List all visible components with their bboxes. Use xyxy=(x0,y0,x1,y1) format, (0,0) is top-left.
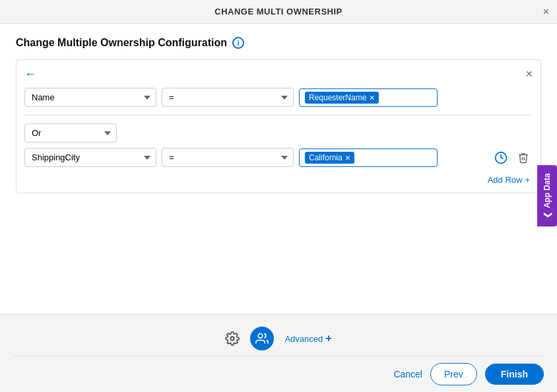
svg-point-1 xyxy=(231,337,235,341)
advanced-plus-icon: + xyxy=(325,333,331,344)
delete-button[interactable] xyxy=(514,148,533,167)
modal-title: CHANGE MULTI OWNERSHIP xyxy=(214,7,342,16)
tag-remove-1[interactable]: × xyxy=(369,93,374,102)
modal: CHANGE MULTI OWNERSHIP × ❮ App Data Chan… xyxy=(0,0,557,392)
section-title: Change Multiple Ownership Configuration … xyxy=(16,37,541,49)
field-select-1[interactable]: Name ShippingCity Email xyxy=(24,88,156,107)
clock-button[interactable] xyxy=(492,148,510,167)
tag-2: California × xyxy=(305,152,354,164)
filter-row-1: Name ShippingCity Email = != contains Re… xyxy=(24,88,533,107)
filter-panel-header: ← × xyxy=(24,68,533,80)
gear-icon xyxy=(225,331,240,346)
close-filter-button[interactable]: × xyxy=(525,68,533,80)
chevron-left-icon: ❮ xyxy=(542,212,552,218)
settings-button[interactable] xyxy=(225,331,240,346)
clock-icon xyxy=(494,151,508,164)
filter-row-2: ShippingCity Name Email = != contains Ca… xyxy=(24,148,533,167)
operator-select-2[interactable]: = != contains xyxy=(162,148,294,167)
operator-select-1[interactable]: = != contains xyxy=(162,88,294,107)
back-button[interactable]: ← xyxy=(24,68,36,80)
field-select-2[interactable]: ShippingCity Name Email xyxy=(24,148,156,167)
info-icon[interactable]: i xyxy=(232,37,244,49)
finish-button[interactable]: Finish xyxy=(485,364,544,385)
svg-point-2 xyxy=(259,334,263,339)
add-row-area: Add Row + xyxy=(24,175,533,185)
tag-remove-2[interactable]: × xyxy=(345,153,350,162)
footer-tools: Advanced + xyxy=(13,321,544,356)
modal-footer: Advanced + Cancel Prev Finish xyxy=(0,314,557,392)
trash-icon xyxy=(517,152,529,164)
app-data-label: App Data xyxy=(542,174,552,209)
modal-titlebar: CHANGE MULTI OWNERSHIP × xyxy=(0,0,557,24)
condition-select[interactable]: Or And xyxy=(24,123,117,143)
tag-1: RequesterName × xyxy=(305,92,379,104)
modal-close-button[interactable]: × xyxy=(543,7,549,17)
footer-actions: Cancel Prev Finish xyxy=(13,356,544,385)
advanced-button[interactable]: Advanced + xyxy=(284,333,331,344)
cancel-button[interactable]: Cancel xyxy=(393,369,422,379)
users-icon xyxy=(255,332,269,345)
add-row-button[interactable]: Add Row + xyxy=(488,175,530,185)
tag-input-2[interactable]: California × xyxy=(299,148,438,167)
add-icon: + xyxy=(525,175,530,185)
prev-button[interactable]: Prev xyxy=(430,363,477,385)
users-button[interactable] xyxy=(250,327,274,350)
tag-input-1[interactable]: RequesterName × xyxy=(299,88,438,107)
filter-panel: ← × Name ShippingCity Email = != contain… xyxy=(16,59,541,193)
filter-separator xyxy=(24,115,533,115)
filter-row-condition: Or And xyxy=(24,123,533,143)
row-actions xyxy=(492,148,533,167)
modal-body: Change Multiple Ownership Configuration … xyxy=(0,24,557,314)
app-data-tab[interactable]: ❮ App Data xyxy=(537,166,557,227)
